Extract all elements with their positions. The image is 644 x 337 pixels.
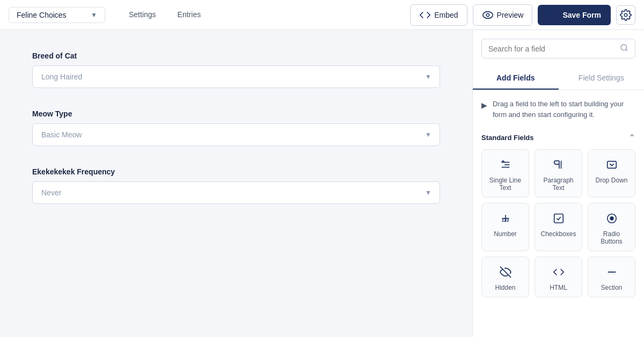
- svg-rect-8: [607, 162, 616, 169]
- field-select-0[interactable]: Long Haired: [32, 65, 440, 88]
- search-bar: [481, 39, 635, 58]
- field-icon-section: [606, 265, 618, 280]
- field-icon-paragraph-text: [553, 157, 565, 172]
- field-group-1: Meow Type Basic Meow ▼: [32, 109, 440, 146]
- field-label-drop-down: Drop Down: [595, 177, 627, 184]
- svg-point-2: [624, 13, 627, 17]
- field-label-section: Section: [601, 284, 622, 291]
- field-label-0: Breed of Cat: [32, 52, 440, 60]
- field-icon-number: 123: [500, 211, 511, 226]
- nav-settings[interactable]: Settings: [118, 1, 167, 30]
- embed-button[interactable]: Embed: [410, 4, 467, 26]
- field-item-html[interactable]: HTML: [535, 257, 582, 297]
- search-icon: [620, 43, 628, 54]
- gear-icon: [620, 9, 632, 21]
- field-label-paragraph-text: Paragraph Text: [539, 177, 577, 192]
- field-label-2: Ekekekekek Frequency: [32, 167, 440, 176]
- field-icon-hidden: [500, 265, 511, 280]
- form-name: Feline Choices: [17, 11, 67, 19]
- topbar-right: Embed Preview Save Form: [410, 4, 635, 26]
- field-label-single-line-text: Single Line Text: [486, 177, 524, 192]
- field-label-checkboxes: Checkboxes: [540, 230, 576, 238]
- field-label-html: HTML: [550, 284, 567, 291]
- nav-links: Settings Entries: [118, 1, 211, 30]
- field-select-1[interactable]: Basic Meow: [32, 123, 440, 146]
- save-icon: [547, 9, 559, 21]
- field-item-drop-down[interactable]: Drop Down: [588, 149, 635, 197]
- field-label-hidden: Hidden: [495, 284, 515, 291]
- eye-icon: [482, 9, 494, 21]
- svg-rect-12: [554, 214, 563, 223]
- svg-line-4: [626, 49, 627, 51]
- field-group-0: Breed of Cat Long Haired ▼: [32, 52, 440, 88]
- settings-gear-button[interactable]: [616, 5, 635, 25]
- preview-button[interactable]: Preview: [473, 4, 533, 26]
- topbar: Feline Choices ▼ Settings Entries Embed …: [0, 0, 644, 30]
- field-select-2[interactable]: Never: [32, 181, 440, 204]
- arrow-icon: ▶: [481, 100, 487, 111]
- field-icon-html: [553, 265, 565, 280]
- field-item-radio-buttons[interactable]: Radio Buttons: [588, 203, 635, 251]
- field-select-wrapper-0: Long Haired ▼: [32, 65, 440, 88]
- section-header: Standard Fields ⌃: [473, 128, 644, 149]
- field-group-2: Ekekekekek Frequency Never ▼: [32, 167, 440, 204]
- field-item-checkboxes[interactable]: Checkboxes: [535, 203, 582, 251]
- chevron-down-icon: ▼: [91, 11, 97, 19]
- field-icon-checkboxes: [553, 211, 565, 226]
- save-button[interactable]: Save Form: [538, 5, 611, 25]
- fields-grid: Single Line Text Paragraph Text Drop Dow…: [473, 149, 644, 306]
- svg-point-1: [486, 13, 489, 17]
- tab-field-settings[interactable]: Field Settings: [559, 67, 645, 90]
- svg-point-3: [621, 45, 627, 50]
- field-item-single-line-text[interactable]: Single Line Text: [481, 149, 529, 197]
- svg-point-14: [610, 216, 613, 220]
- search-input[interactable]: [488, 45, 616, 53]
- field-item-number[interactable]: 123 Number: [481, 203, 529, 251]
- nav-entries[interactable]: Entries: [167, 1, 212, 30]
- field-label-1: Meow Type: [32, 109, 440, 118]
- field-icon-single-line-text: [500, 157, 511, 172]
- field-item-section[interactable]: Section: [588, 257, 635, 297]
- main-layout: Breed of Cat Long Haired ▼ Meow Type Bas…: [0, 30, 644, 337]
- drag-hint: ▶ Drag a field to the left to start buil…: [473, 90, 644, 128]
- form-selector[interactable]: Feline Choices ▼: [9, 7, 105, 23]
- field-icon-drop-down: [606, 157, 618, 172]
- code-icon: [419, 9, 431, 21]
- svg-point-0: [482, 11, 492, 18]
- field-select-wrapper-1: Basic Meow ▼: [32, 123, 440, 146]
- field-item-paragraph-text[interactable]: Paragraph Text: [535, 149, 582, 197]
- field-icon-radio-buttons: [606, 211, 618, 226]
- tab-add-fields[interactable]: Add Fields: [473, 67, 559, 90]
- field-label-number: Number: [494, 230, 517, 238]
- field-item-hidden[interactable]: Hidden: [481, 257, 529, 297]
- collapse-icon[interactable]: ⌃: [628, 133, 635, 143]
- panel-tabs: Add Fields Field Settings: [473, 67, 644, 90]
- section-title: Standard Fields: [481, 134, 534, 142]
- field-select-wrapper-2: Never ▼: [32, 181, 440, 204]
- svg-text:123: 123: [501, 218, 509, 223]
- right-panel: Add Fields Field Settings ▶ Drag a field…: [472, 30, 644, 337]
- field-label-radio-buttons: Radio Buttons: [592, 230, 631, 245]
- form-canvas: Breed of Cat Long Haired ▼ Meow Type Bas…: [0, 30, 472, 337]
